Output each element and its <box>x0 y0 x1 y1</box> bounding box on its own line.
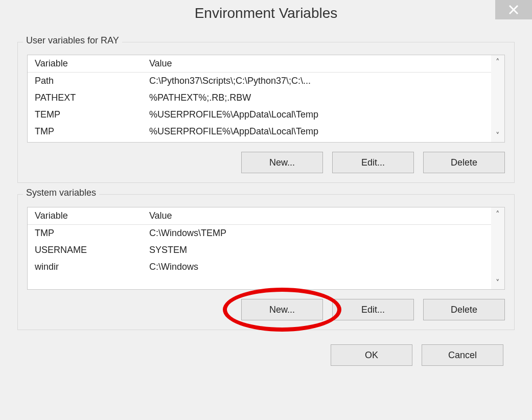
edit-button[interactable]: Edit... <box>332 299 414 320</box>
ok-button[interactable]: OK <box>331 344 412 366</box>
cell-value: %PATHEXT%;.RB;.RBW <box>142 89 504 106</box>
column-header-variable[interactable]: Variable <box>28 55 142 73</box>
chevron-up-icon[interactable]: ˄ <box>491 207 504 221</box>
table-row[interactable]: windir C:\Windows <box>28 259 504 275</box>
table-row[interactable]: TMP C:\Windows\TEMP <box>28 225 504 242</box>
scrollbar[interactable]: ˄ ˅ <box>491 207 504 289</box>
system-variables-buttons: New... Edit... Delete <box>27 299 505 320</box>
cell-variable: TMP <box>28 225 142 242</box>
system-variables-legend: System variables <box>23 188 99 198</box>
new-button[interactable]: New... <box>241 299 323 320</box>
chevron-down-icon[interactable]: ˅ <box>491 276 504 289</box>
new-button[interactable]: New... <box>241 152 323 173</box>
table-row[interactable]: USERNAME SYSTEM <box>28 242 504 259</box>
delete-button[interactable]: Delete <box>423 299 505 320</box>
table-row[interactable]: TMP %USERPROFILE%\AppData\Local\Temp <box>28 123 504 140</box>
cancel-button[interactable]: Cancel <box>422 344 503 366</box>
cell-value: C:\Windows\TEMP <box>142 225 504 242</box>
cell-value: %USERPROFILE%\AppData\Local\Temp <box>142 123 504 140</box>
chevron-down-icon[interactable]: ˅ <box>491 129 504 142</box>
column-header-value[interactable]: Value <box>142 207 504 225</box>
cell-variable: windir <box>28 259 142 275</box>
cell-variable: USERNAME <box>28 242 142 259</box>
cell-value: C:\Windows <box>142 259 504 275</box>
cell-variable: TMP <box>28 123 142 140</box>
close-icon[interactable] <box>495 0 532 19</box>
system-variables-group: System variables Variable Value TMP C:\W… <box>17 194 515 330</box>
window-title: Environment Variables <box>195 5 338 21</box>
user-variables-legend: User variables for RAY <box>23 35 122 46</box>
titlebar: Environment Variables <box>0 0 532 27</box>
column-header-variable[interactable]: Variable <box>28 207 142 225</box>
column-header-value[interactable]: Value <box>142 55 504 73</box>
cell-value: C:\Python37\Scripts\;C:\Python37\;C:\... <box>142 73 504 90</box>
dialog-footer: OK Cancel <box>17 344 515 366</box>
scrollbar[interactable]: ˄ ˅ <box>491 55 504 142</box>
chevron-up-icon[interactable]: ˄ <box>491 55 504 68</box>
table-row[interactable]: PATHEXT %PATHEXT%;.RB;.RBW <box>28 89 504 106</box>
cell-variable: TEMP <box>28 106 142 123</box>
table-row[interactable]: Path C:\Python37\Scripts\;C:\Python37\;C… <box>28 73 504 90</box>
cell-variable: PATHEXT <box>28 89 142 106</box>
cell-value: SYSTEM <box>142 242 504 259</box>
cell-variable: Path <box>28 73 142 90</box>
cell-value: %USERPROFILE%\AppData\Local\Temp <box>142 106 504 123</box>
user-variables-table[interactable]: Variable Value Path C:\Python37\Scripts\… <box>27 55 505 143</box>
system-variables-table[interactable]: Variable Value TMP C:\Windows\TEMP USERN… <box>27 207 505 290</box>
user-variables-group: User variables for RAY Variable Value Pa… <box>17 42 515 183</box>
edit-button[interactable]: Edit... <box>332 152 414 173</box>
table-row[interactable]: TEMP %USERPROFILE%\AppData\Local\Temp <box>28 106 504 123</box>
dialog-body: User variables for RAY Variable Value Pa… <box>0 27 532 371</box>
user-variables-buttons: New... Edit... Delete <box>27 152 505 173</box>
delete-button[interactable]: Delete <box>423 152 505 173</box>
